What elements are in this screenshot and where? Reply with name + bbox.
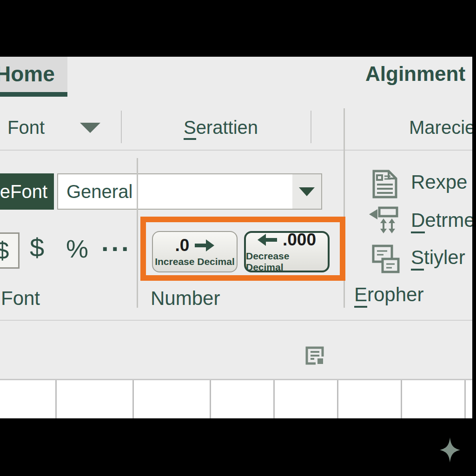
decrease-decimal-button[interactable]: .000 Decrease Decimal [244,231,330,272]
styles-item-detrme[interactable]: Detrme [411,209,475,231]
frame-top [0,0,476,57]
tab-home-label[interactable]: Home [0,61,55,86]
divider [0,320,472,321]
number-format-combobox[interactable]: General [57,173,322,210]
name-box[interactable]: eFont [0,173,54,210]
increase-decimal-glyph: .0 [175,236,190,255]
styles-item-rexpe[interactable]: Rexpe [411,171,467,193]
document-icon[interactable] [372,169,398,199]
four-point-star-icon [440,437,460,463]
cell-border [55,380,57,418]
cell-border [401,380,402,418]
styles-group-label: Eropher [354,284,423,306]
number-format-dropdown-button[interactable] [292,174,321,209]
decrease-decimal-label: Decrease Decimal [246,251,328,273]
divider [0,150,472,151]
app-window: Home Alginment Font Serattien Marecie eF… [0,0,476,476]
increase-decimal-glyph-row: .0 [175,236,215,255]
divider [137,158,138,308]
tab-home-active-underline [0,92,67,97]
tab-alignment-label[interactable]: Alginment [365,62,465,86]
font-group-label: Font [1,287,40,310]
arrow-left-icon [258,234,277,246]
styles-item-stiyler[interactable]: Stiyler [411,246,465,269]
dialog-launcher-icon[interactable] [304,345,325,366]
group-caption-marecie: Marecie [409,117,475,138]
percent-format-button[interactable]: % [66,234,88,263]
cell-border [273,380,275,418]
frame-bottom [0,418,476,476]
chevron-down-icon[interactable] [80,123,100,133]
more-formats-button[interactable]: ... [101,227,132,257]
increase-decimal-button[interactable]: .0 Increase Decimal [152,231,238,272]
number-format-value: General [58,181,132,202]
cell-border [132,380,134,418]
number-group-label: Number [151,287,220,310]
cell-border [210,380,211,418]
increase-decimal-label: Increase Decimal [155,256,235,267]
frame-right [472,0,476,476]
cell-border [337,380,338,418]
dollar-icon: $ [0,237,9,264]
decrease-decimal-glyph-row: .000 [258,231,316,249]
group-caption-serattien: Serattien [130,117,311,138]
accounting-format-button[interactable]: $ [0,232,20,269]
cell-border [464,380,466,418]
divider [121,111,122,143]
arrow-right-icon [195,239,214,251]
currency-format-button[interactable]: $ [30,232,44,263]
divider [311,111,311,143]
chevron-down-icon [299,187,315,196]
swap-arrows-icon[interactable] [368,206,399,235]
decrease-decimal-glyph: .000 [283,230,316,250]
cell-styles-icon[interactable] [372,245,400,273]
font-caption: Font [7,117,45,138]
